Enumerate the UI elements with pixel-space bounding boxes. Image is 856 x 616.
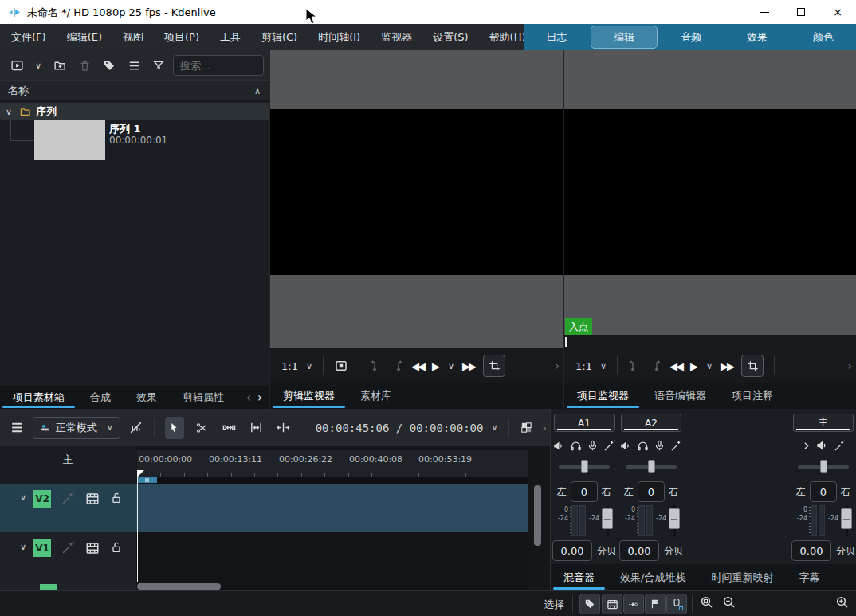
collapse-strip-icon[interactable]: [801, 441, 811, 451]
toolbar-overflow-icon[interactable]: ›: [847, 359, 852, 372]
track-effects-icon[interactable]: [61, 541, 75, 555]
show-markers-button[interactable]: [645, 594, 666, 614]
tab-speech-editor[interactable]: 语音编辑器: [642, 383, 719, 409]
slip-tool-button[interactable]: [246, 417, 265, 439]
tab-clip-monitor[interactable]: 剪辑监视器: [270, 383, 348, 409]
bin-folder-row[interactable]: ∨ 序列: [0, 103, 269, 120]
track-a1-badge[interactable]: [40, 584, 57, 590]
delete-button[interactable]: [76, 56, 93, 75]
tab-compositions[interactable]: 合成: [77, 386, 124, 409]
balance-slider[interactable]: [559, 461, 610, 471]
filter-button[interactable]: [150, 56, 167, 75]
create-folder-button[interactable]: [51, 56, 69, 75]
rewind-button[interactable]: ◀◀: [669, 360, 682, 372]
search-input[interactable]: [173, 55, 264, 76]
forward-button[interactable]: ▶▶: [721, 360, 733, 372]
level-db-value[interactable]: 0.00: [552, 540, 592, 561]
monitor-zoom-level[interactable]: 1:1: [281, 360, 298, 372]
balance-slider[interactable]: [626, 461, 677, 471]
edit-mode-dropdown[interactable]: 正常模式 ∨: [33, 417, 120, 439]
track-effects-icon[interactable]: [61, 492, 75, 505]
effects-wand-icon[interactable]: [670, 440, 682, 452]
minimize-button[interactable]: [746, 0, 783, 24]
zoom-dropdown-icon[interactable]: ∨: [306, 361, 312, 371]
mixer-strip-title[interactable]: 主: [793, 414, 854, 432]
mute-icon[interactable]: [816, 439, 829, 452]
show-video-thumbnails-button[interactable]: [602, 594, 622, 614]
razor-tool-button[interactable]: [192, 417, 211, 439]
menu-clip[interactable]: 剪辑(C): [261, 30, 297, 45]
volume-slider[interactable]: [602, 505, 613, 537]
balance-value[interactable]: 0: [810, 481, 837, 502]
tab-library[interactable]: 素材库: [348, 383, 404, 409]
playhead-line[interactable]: [137, 477, 138, 582]
menu-project[interactable]: 项目(P): [164, 30, 199, 45]
menu-timeline[interactable]: 时间轴(I): [318, 30, 360, 45]
menu-monitor[interactable]: 监视器: [381, 30, 412, 45]
balance-slider-handle[interactable]: [820, 460, 827, 473]
level-db-value[interactable]: 0.00: [619, 540, 659, 561]
track-collapse-icon[interactable]: ∨: [20, 492, 26, 503]
toolbar-overflow-icon[interactable]: ›: [555, 359, 560, 372]
tab-project-bin[interactable]: 项目素材箱: [0, 386, 77, 409]
balance-slider-handle[interactable]: [581, 460, 588, 473]
track-lock-icon[interactable]: [110, 492, 123, 504]
balance-slider[interactable]: [798, 461, 849, 471]
zoom-fit-button[interactable]: [700, 595, 714, 610]
track-v1-header[interactable]: ∨ V1: [0, 533, 136, 582]
zoom-out-button[interactable]: [722, 595, 736, 610]
level-db-value[interactable]: 0.00: [791, 540, 831, 561]
set-out-point-icon[interactable]: [391, 359, 403, 372]
track-v2-badge[interactable]: V2: [33, 490, 51, 508]
forward-button[interactable]: ▶▶: [462, 360, 475, 372]
horizontal-scrollbar[interactable]: [137, 583, 221, 590]
vertical-scrollbar[interactable]: [534, 485, 541, 546]
menu-view[interactable]: 视图: [123, 30, 143, 45]
set-in-point-icon[interactable]: [628, 359, 641, 372]
mix-clips-icon[interactable]: [519, 418, 534, 437]
play-button[interactable]: ▶: [432, 360, 440, 372]
timeline-zone-bar[interactable]: [137, 477, 528, 484]
timeline-timecode[interactable]: 00:00:45:06 / 00:00:00:00: [316, 422, 484, 434]
balance-value[interactable]: 0: [571, 481, 598, 502]
collapse-icon[interactable]: ∧: [254, 86, 261, 96]
track-lock-icon[interactable]: [110, 541, 123, 554]
mixer-strip-title[interactable]: A1: [554, 414, 615, 432]
volume-slider-handle[interactable]: [841, 508, 852, 529]
tab-effect-stack[interactable]: 效果/合成堆栈: [607, 564, 698, 590]
expand-chevron-icon[interactable]: ∨: [3, 102, 14, 121]
set-out-point-icon[interactable]: [649, 359, 662, 372]
playhead-flag[interactable]: [137, 470, 144, 477]
set-in-point-icon[interactable]: [370, 359, 383, 372]
mute-icon[interactable]: [620, 440, 632, 452]
track-v1-badge[interactable]: V1: [33, 539, 51, 557]
monitor-playhead[interactable]: [565, 337, 567, 347]
play-dropdown-icon[interactable]: ∨: [448, 361, 454, 371]
timeline-zone[interactable]: [138, 477, 157, 483]
menu-help[interactable]: 帮助(H): [489, 30, 526, 45]
zoom-in-button[interactable]: [835, 595, 850, 610]
workspace-tab-audio[interactable]: 音频: [658, 24, 724, 50]
tab-time-remap[interactable]: 时间重新映射: [698, 564, 786, 590]
menu-settings[interactable]: 设置(S): [433, 30, 468, 45]
spacer-tool-button[interactable]: [219, 417, 238, 439]
master-sequence-tab[interactable]: 主: [48, 453, 88, 467]
timeline-ruler[interactable]: 00:00:00:00 00:00:13:11 00:00:26:22 00:0…: [137, 450, 528, 477]
effects-wand-icon[interactable]: [834, 440, 846, 452]
maximize-button[interactable]: [783, 0, 819, 24]
zoom-dropdown-icon[interactable]: ∨: [600, 361, 607, 371]
track-v2-content[interactable]: [136, 484, 528, 532]
close-button[interactable]: ×: [819, 0, 856, 24]
record-mic-icon[interactable]: [654, 440, 666, 452]
use-timeline-zone-icon[interactable]: [128, 418, 143, 437]
volume-slider[interactable]: [669, 505, 680, 537]
view-menu-button[interactable]: [125, 56, 143, 75]
track-hide-icon[interactable]: [85, 541, 100, 555]
balance-value[interactable]: 0: [638, 481, 665, 502]
mixer-strip-title[interactable]: A2: [621, 414, 681, 432]
zone-mode-button[interactable]: [483, 355, 505, 377]
tab-project-monitor[interactable]: 项目监视器: [564, 383, 642, 409]
menu-edit[interactable]: 编辑(E): [67, 30, 102, 45]
workspace-tab-color[interactable]: 颜色: [790, 24, 856, 50]
workspace-tab-editing[interactable]: 编辑: [591, 26, 658, 49]
